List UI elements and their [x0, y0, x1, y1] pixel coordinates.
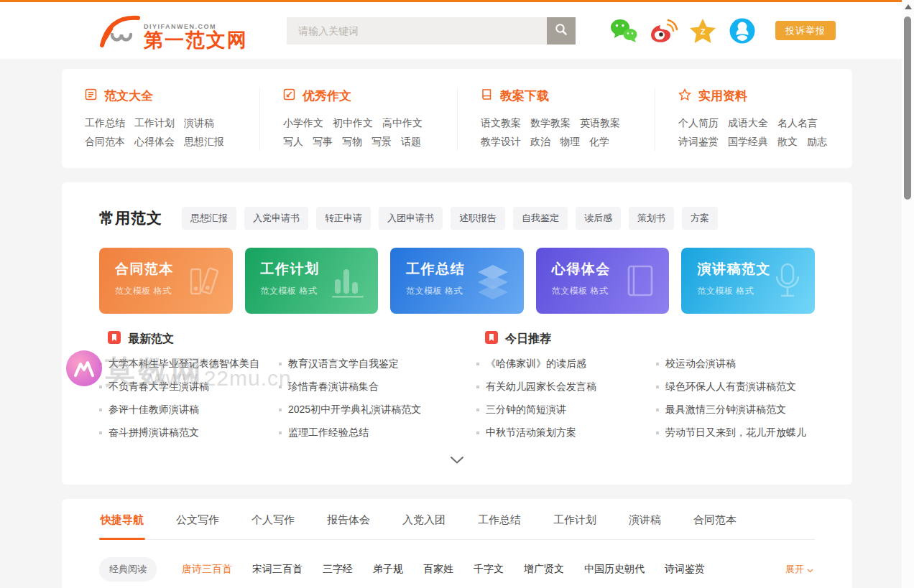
list-item[interactable]: 珍惜青春演讲稿集合 — [279, 375, 476, 398]
row-link[interactable]: 百家姓 — [423, 563, 453, 576]
quick-nav-link[interactable]: 合同范本 — [85, 132, 125, 151]
row-link[interactable]: 中国历史朝代 — [584, 563, 645, 576]
quick-nav-link[interactable]: 写物 — [342, 132, 362, 151]
quick-nav-link[interactable]: 励志 — [807, 132, 827, 151]
tab-contract[interactable]: 合同范本 — [692, 502, 738, 539]
quick-nav-link[interactable]: 个人简历 — [678, 113, 719, 132]
list-item[interactable]: 大学本科生毕业登记表德智体美自 — [99, 353, 279, 375]
feature-card-contract[interactable]: 合同范本 范文模板 格式 — [99, 248, 233, 314]
row-link[interactable]: 千字文 — [474, 563, 504, 576]
quick-nav-link[interactable]: 思想汇报 — [184, 132, 224, 151]
list-item[interactable]: 有关幼儿园家长会发言稿 — [476, 375, 656, 398]
quick-nav-link[interactable]: 语文教案 — [481, 113, 521, 132]
tag-item[interactable]: 述职报告 — [451, 207, 505, 230]
list-item[interactable]: 劳动节日又来到，花儿开放蝶儿 — [656, 421, 815, 444]
search-button[interactable] — [547, 17, 576, 45]
row-link[interactable]: 三字经 — [323, 563, 353, 576]
quick-nav-link[interactable]: 数学教案 — [530, 113, 571, 132]
tab-work-summary[interactable]: 工作总结 — [476, 502, 522, 539]
scrollbar[interactable] — [902, 0, 914, 588]
list-item[interactable]: 监理工作经验总结 — [279, 421, 476, 444]
wechat-icon[interactable] — [609, 17, 638, 45]
quick-nav-link[interactable]: 写人 — [283, 132, 303, 151]
tab-personal-writing[interactable]: 个人写作 — [250, 502, 296, 539]
quick-nav-link[interactable]: 国学经典 — [728, 132, 768, 151]
tab-quick-nav[interactable]: 快捷导航 — [99, 502, 145, 539]
search-input[interactable] — [287, 17, 547, 45]
row-link[interactable]: 增广贤文 — [524, 563, 564, 576]
list-item[interactable]: 《哈佛家训》的读后感 — [476, 353, 656, 375]
list-item[interactable]: 校运动会演讲稿 — [656, 353, 815, 375]
quick-nav-link[interactable]: 写事 — [313, 132, 333, 151]
tab-official-writing[interactable]: 公文写作 — [175, 502, 221, 539]
list-item[interactable]: 不负青春大学生演讲稿 — [99, 375, 279, 398]
star-icon — [678, 88, 691, 104]
qzone-icon[interactable]: Z — [688, 17, 717, 45]
quick-nav-link[interactable]: 教学设计 — [481, 132, 521, 151]
quick-nav-link[interactable]: 成语大全 — [728, 113, 768, 132]
expand-more-control[interactable] — [99, 444, 815, 469]
tag-item[interactable]: 思想汇报 — [182, 207, 236, 230]
quick-nav-link[interactable]: 政治 — [530, 132, 550, 151]
site-logo[interactable]: DIYIFANWEN.COM 第一范文网 — [99, 11, 248, 50]
quick-nav-link[interactable]: 名人名言 — [777, 113, 818, 132]
today-list: 今日推荐 《哈佛家训》的读后感 校运动会演讲稿 有关幼儿园家长会发言稿 绿色环保… — [476, 328, 815, 444]
tab-party-league[interactable]: 入党入团 — [401, 502, 447, 539]
tag-item[interactable]: 入党申请书 — [244, 207, 308, 230]
tab-speech[interactable]: 演讲稿 — [627, 502, 663, 539]
list-item[interactable]: 参评十佳教师演讲稿 — [99, 398, 279, 421]
feature-card-experience[interactable]: 心得体会 范文模板 格式 — [536, 248, 670, 314]
tag-item[interactable]: 转正申请 — [316, 207, 371, 230]
list-item[interactable]: 最具激情三分钟演讲稿范文 — [656, 398, 815, 421]
row-link[interactable]: 弟子规 — [373, 563, 403, 576]
list-item[interactable]: 中秋节活动策划方案 — [476, 421, 656, 444]
row-link[interactable]: 诗词鉴赏 — [665, 563, 705, 576]
list-item[interactable]: 奋斗拼搏演讲稿范文 — [99, 421, 279, 444]
list-item[interactable]: 三分钟的简短演讲 — [476, 398, 656, 421]
quick-nav-link[interactable]: 高中作文 — [382, 113, 423, 132]
quick-nav-link[interactable]: 心得体会 — [134, 132, 175, 151]
tab-work-plan[interactable]: 工作计划 — [552, 502, 598, 539]
quick-nav-column-fanwen: 范文大全 工作总结 工作计划 演讲稿 合同范本 心得体会 思想汇报 — [62, 88, 259, 151]
feature-card-plan[interactable]: 工作计划 范文模板 格式 — [245, 248, 379, 314]
quick-nav-link[interactable]: 诗词鉴赏 — [678, 132, 719, 151]
list-item[interactable]: 教育汉语言文学自我鉴定 — [279, 353, 476, 375]
bullet-icon — [279, 409, 282, 411]
quick-nav-link[interactable]: 英语教案 — [580, 113, 620, 132]
tag-item[interactable]: 入团申请书 — [379, 207, 443, 230]
bullet-icon — [99, 409, 102, 411]
row-link[interactable]: 宋词三百首 — [252, 563, 303, 576]
tag-item[interactable]: 读后感 — [576, 207, 621, 230]
quick-nav-link[interactable]: 话题 — [401, 132, 421, 151]
scroll-up-arrow-icon[interactable] — [905, 4, 912, 9]
list-item[interactable]: 绿色环保人人有责演讲稿范文 — [656, 375, 815, 398]
feature-card-summary[interactable]: 工作总结 范文模板 格式 — [390, 248, 524, 314]
quick-nav-link[interactable]: 化学 — [589, 132, 609, 151]
list-title: 今日推荐 — [505, 332, 551, 347]
row-link[interactable]: 唐诗三百首 — [182, 563, 232, 576]
list-item[interactable]: 2025初中开学典礼演讲稿范文 — [279, 398, 476, 421]
tag-item[interactable]: 策划书 — [629, 207, 674, 230]
quick-nav-link[interactable]: 散文 — [777, 132, 798, 151]
quick-nav-link[interactable]: 写景 — [371, 132, 392, 151]
report-button[interactable]: 投诉举报 — [775, 21, 836, 40]
quick-nav-link[interactable]: 初中作文 — [333, 113, 373, 132]
quick-nav-link[interactable]: 工作计划 — [134, 113, 175, 132]
tab-report[interactable]: 报告体会 — [326, 502, 371, 539]
quick-nav-link[interactable]: 演讲稿 — [184, 113, 214, 132]
bullet-icon — [279, 431, 282, 434]
row-badge[interactable]: 经典阅读 — [99, 557, 157, 582]
tag-item[interactable]: 方案 — [682, 207, 718, 230]
expand-row-button[interactable]: 展开 — [785, 563, 813, 576]
section-title: 常用范文 — [99, 208, 162, 228]
quick-nav-link[interactable]: 物理 — [560, 132, 580, 151]
quick-nav-link[interactable]: 工作总结 — [85, 113, 125, 132]
list-item-text: 绿色环保人人有责演讲稿范文 — [665, 381, 796, 393]
weibo-icon[interactable] — [649, 17, 678, 45]
quick-nav-link[interactable]: 小学作文 — [283, 113, 323, 132]
tag-item[interactable]: 自我鉴定 — [513, 207, 568, 230]
feature-card-speech[interactable]: 演讲稿范文 范文模板 格式 — [681, 248, 815, 314]
chevron-down-icon — [807, 564, 813, 575]
scrollbar-thumb[interactable] — [904, 17, 911, 200]
qq-icon[interactable] — [728, 17, 757, 45]
